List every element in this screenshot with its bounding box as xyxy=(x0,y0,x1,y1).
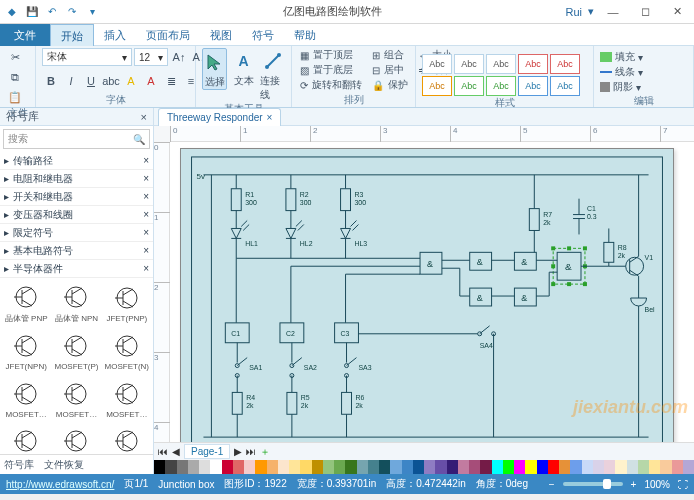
italic-icon[interactable]: I xyxy=(62,72,80,90)
color-swatch[interactable] xyxy=(334,460,345,474)
category-item[interactable]: ▸变压器和线圈× xyxy=(0,206,153,224)
ungroup-button[interactable]: ⊟ 居中 xyxy=(370,63,412,77)
tab-view[interactable]: 视图 xyxy=(200,24,242,46)
side-lib-tab[interactable]: 符号库 xyxy=(4,458,34,472)
color-swatch[interactable] xyxy=(615,460,626,474)
color-swatch[interactable] xyxy=(424,460,435,474)
color-swatch[interactable] xyxy=(604,460,615,474)
color-swatch[interactable] xyxy=(312,460,323,474)
style-swatch[interactable]: Abc xyxy=(422,76,452,96)
color-swatch[interactable] xyxy=(537,460,548,474)
page-surface[interactable]: 5v R1 300 xyxy=(180,148,674,442)
strike-icon[interactable]: abc xyxy=(102,72,120,90)
category-item[interactable]: ▸半导体器件× xyxy=(0,260,153,278)
style-swatch[interactable]: Abc xyxy=(454,76,484,96)
group-button[interactable]: ⊞ 组合 xyxy=(370,48,412,62)
color-swatch[interactable] xyxy=(300,460,311,474)
maximize-button[interactable]: ◻ xyxy=(632,2,658,22)
symbol-cell[interactable]: MOSFET… xyxy=(52,376,100,422)
color-swatch[interactable] xyxy=(278,460,289,474)
color-swatch[interactable] xyxy=(548,460,559,474)
color-swatch[interactable] xyxy=(593,460,604,474)
symbol-cell[interactable]: 晶体管 NPN xyxy=(52,280,100,326)
color-swatch[interactable] xyxy=(345,460,356,474)
category-close-icon[interactable]: × xyxy=(143,209,149,220)
qat-dropdown-icon[interactable]: ▾ xyxy=(84,4,100,20)
file-tab[interactable]: 文件 xyxy=(0,24,50,46)
color-swatch[interactable] xyxy=(413,460,424,474)
category-close-icon[interactable]: × xyxy=(143,245,149,256)
increase-font-icon[interactable]: A↑ xyxy=(170,48,188,66)
category-close-icon[interactable]: × xyxy=(143,263,149,274)
symbol-cell[interactable]: JFET(PNP) xyxy=(103,280,151,326)
user-label[interactable]: Rui xyxy=(565,6,582,18)
style-swatch[interactable]: Abc xyxy=(422,54,452,74)
zoom-in-icon[interactable]: + xyxy=(631,479,637,490)
color-swatch[interactable] xyxy=(559,460,570,474)
color-swatch[interactable] xyxy=(638,460,649,474)
page-last-icon[interactable]: ⏭ xyxy=(246,446,256,457)
page-next-icon[interactable]: ▶ xyxy=(234,446,242,457)
paste-icon[interactable]: 📋 xyxy=(6,88,24,106)
category-close-icon[interactable]: × xyxy=(143,191,149,202)
style-swatch[interactable]: Abc xyxy=(518,54,548,74)
color-swatch[interactable] xyxy=(458,460,469,474)
color-swatch[interactable] xyxy=(627,460,638,474)
page-first-icon[interactable]: ⏮ xyxy=(158,446,168,457)
color-swatch[interactable] xyxy=(357,460,368,474)
text-tool[interactable]: A 文本 xyxy=(231,48,256,88)
style-swatch[interactable]: Abc xyxy=(486,76,516,96)
tab-pagelayout[interactable]: 页面布局 xyxy=(136,24,200,46)
connector-tool[interactable]: 连接线 xyxy=(260,48,285,102)
category-close-icon[interactable]: × xyxy=(143,227,149,238)
color-swatch[interactable] xyxy=(233,460,244,474)
color-swatch[interactable] xyxy=(570,460,581,474)
shadow-button[interactable]: 阴影 ▾ xyxy=(600,80,643,94)
minimize-button[interactable]: — xyxy=(600,2,626,22)
tab-insert[interactable]: 插入 xyxy=(94,24,136,46)
symbol-cell[interactable]: MOSFET… xyxy=(2,376,50,422)
color-swatch[interactable] xyxy=(447,460,458,474)
category-item[interactable]: ▸限定符号× xyxy=(0,224,153,242)
color-swatch[interactable] xyxy=(469,460,480,474)
copy-icon[interactable]: ⧉ xyxy=(6,68,24,86)
color-swatch[interactable] xyxy=(199,460,210,474)
color-swatch[interactable] xyxy=(390,460,401,474)
bring-front-button[interactable]: ▦ 置于顶层 xyxy=(298,48,366,62)
category-close-icon[interactable]: × xyxy=(143,173,149,184)
symbol-search-input[interactable]: 搜索 🔍 xyxy=(3,129,150,149)
category-item[interactable]: ▸传输路径× xyxy=(0,152,153,170)
color-swatch[interactable] xyxy=(672,460,683,474)
doc-tab-close-icon[interactable]: × xyxy=(267,112,273,123)
color-swatch[interactable] xyxy=(154,460,165,474)
color-swatch[interactable] xyxy=(480,460,491,474)
color-swatch[interactable] xyxy=(402,460,413,474)
line-button[interactable]: 线条 ▾ xyxy=(600,65,643,79)
undo-icon[interactable]: ↶ xyxy=(44,4,60,20)
redo-icon[interactable]: ↷ xyxy=(64,4,80,20)
style-swatch[interactable]: Abc xyxy=(454,54,484,74)
color-swatch[interactable] xyxy=(649,460,660,474)
color-swatch[interactable] xyxy=(244,460,255,474)
category-item[interactable]: ▸开关和继电器× xyxy=(0,188,153,206)
color-swatch[interactable] xyxy=(210,460,221,474)
color-swatch[interactable] xyxy=(255,460,266,474)
fit-page-icon[interactable]: ⛶ xyxy=(678,479,688,490)
font-size-select[interactable]: 12▾ xyxy=(134,48,168,66)
color-swatch[interactable] xyxy=(165,460,176,474)
cut-icon[interactable]: ✂ xyxy=(6,48,24,66)
style-swatch[interactable]: Abc xyxy=(486,54,516,74)
color-swatch[interactable] xyxy=(435,460,446,474)
rotate-flip-button[interactable]: ⟳ 旋转和翻转 xyxy=(298,78,366,92)
color-swatch[interactable] xyxy=(188,460,199,474)
color-swatch[interactable] xyxy=(582,460,593,474)
bold-icon[interactable]: B xyxy=(42,72,60,90)
symbol-cell[interactable]: Gual栅场… xyxy=(2,424,50,454)
page-tab-1[interactable]: Page-1 xyxy=(184,444,230,459)
zoom-out-icon[interactable]: − xyxy=(549,479,555,490)
color-swatch[interactable] xyxy=(683,460,694,474)
color-swatch[interactable] xyxy=(503,460,514,474)
bullets-icon[interactable]: ≣ xyxy=(162,72,180,90)
panel-close-icon[interactable]: × xyxy=(141,111,147,123)
color-swatch[interactable] xyxy=(222,460,233,474)
